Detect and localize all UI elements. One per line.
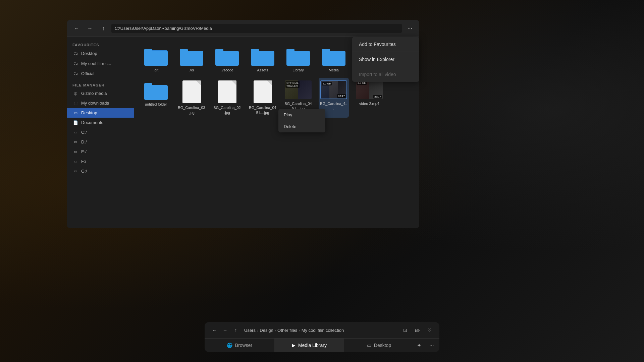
- file-item-untitled-folder[interactable]: untitled folder: [141, 78, 171, 118]
- bc-my-cool-film[interactable]: My cool film collection: [302, 328, 344, 333]
- folder-icon-git: [144, 46, 168, 66]
- media-library-tab-icon: ▶: [292, 343, 296, 348]
- file-item-media-1[interactable]: Media: [319, 44, 349, 75]
- taskbar: ← → ↑ Users › Design › Other files › My …: [205, 322, 439, 352]
- breadcrumb-forward-button[interactable]: →: [221, 326, 229, 335]
- folder-icon-vscode: [215, 46, 239, 66]
- dropdown-add-favourites[interactable]: Add to Favourites: [352, 37, 419, 52]
- folder-icon-media1: [322, 46, 345, 66]
- bc-other-files[interactable]: Other files: [277, 328, 297, 333]
- file-name: Assets: [257, 68, 268, 72]
- sidebar-item-desktop[interactable]: ▭ Desktop: [67, 108, 134, 118]
- svg-rect-13: [322, 49, 330, 53]
- sidebar-item-label: Documents: [81, 120, 103, 125]
- taskbar-tab-browser[interactable]: 🌐 Browser: [205, 339, 274, 352]
- svg-rect-5: [180, 49, 188, 53]
- dropdown-import-video: Import to all video: [352, 67, 419, 82]
- file-name: .vs: [189, 68, 194, 72]
- drive-icon: ▭: [72, 140, 78, 144]
- sidebar-item-e-drive[interactable]: ▭ E:/: [67, 147, 134, 157]
- image-icon-bg03: [182, 80, 201, 103]
- more-menu-button[interactable]: ···: [405, 23, 415, 34]
- bc-design[interactable]: Design: [260, 328, 273, 333]
- file-item-library[interactable]: Library: [283, 44, 313, 75]
- drive-icon: ▭: [72, 159, 78, 164]
- sidebar-item-label: D:/: [81, 139, 87, 144]
- file-item-vscode[interactable]: .vscode: [212, 44, 242, 75]
- sidebar-item-my-cool-film[interactable]: 🗂 My cool film c...: [67, 58, 134, 68]
- sidebar-item-f-drive[interactable]: ▭ F:/: [67, 157, 134, 166]
- taskbar-tab-desktop[interactable]: ▭ Desktop: [344, 339, 414, 352]
- ctx-play-button[interactable]: Play: [278, 109, 325, 121]
- bc-favourite-button[interactable]: ♡: [425, 325, 434, 335]
- svg-rect-8: [251, 51, 274, 66]
- taskbar-special-icon-button[interactable]: ✦: [414, 340, 424, 350]
- breadcrumb-back-button[interactable]: ←: [210, 326, 219, 335]
- bc-sep-2: ›: [275, 328, 276, 333]
- drive-icon: ▭: [72, 130, 78, 134]
- folder-icon-library: [286, 46, 310, 66]
- file-item-bg03[interactable]: BG_Carolina_03.jpg: [176, 78, 207, 118]
- sidebar-item-desktop-fav[interactable]: 🗂 Desktop: [67, 48, 134, 58]
- breadcrumb-up-button[interactable]: ↑: [231, 326, 240, 335]
- file-name: Library: [292, 68, 304, 72]
- folder-icon: 🗂: [72, 71, 78, 76]
- ctx-delete-button[interactable]: Delete: [278, 121, 325, 132]
- sidebar-item-gizmo-media[interactable]: ◎ Gizmo media: [67, 88, 134, 98]
- file-name: BG_Carolina_02.jpg: [213, 105, 241, 115]
- bc-users[interactable]: Users: [244, 328, 256, 333]
- video-thumbnail-bg049: OFFICIALTRAILER: [285, 80, 312, 99]
- video-size: 3.0 Gb: [322, 82, 332, 85]
- dropdown-show-explorer[interactable]: Show in Explorer: [352, 52, 419, 67]
- file-item-vs[interactable]: .vs: [176, 44, 207, 75]
- sidebar-item-label: My downloads: [81, 101, 109, 106]
- nav-up-button[interactable]: ↑: [98, 23, 109, 34]
- svg-rect-4: [180, 51, 203, 66]
- video-thumbnail-selected: 3.0 Gb 35:17: [320, 80, 347, 99]
- bc-folder-button[interactable]: 🗁: [413, 325, 422, 335]
- sidebar-item-c-drive[interactable]: ▭ C:/: [67, 127, 134, 137]
- svg-rect-9: [251, 49, 259, 53]
- breadcrumb-path: Users › Design › Other files › My cool f…: [244, 328, 399, 333]
- svg-rect-10: [286, 51, 310, 66]
- svg-rect-3: [144, 51, 168, 66]
- desktop-tab-label: Desktop: [374, 343, 391, 348]
- sidebar-item-official[interactable]: 🗂 Official: [67, 68, 134, 78]
- file-item-assets[interactable]: Assets: [248, 44, 278, 75]
- video-duration: 35:17: [337, 94, 346, 98]
- file-item-video2[interactable]: 3.0 Gb 35:17 video 2.mp4: [354, 78, 384, 118]
- sidebar-item-label: Gizmo media: [81, 91, 107, 96]
- file-item-bg045[interactable]: BG_Carolina_045 l....jpg: [248, 78, 278, 118]
- taskbar-tabs-row: 🌐 Browser ▶ Media Library ▭ Desktop ✦ ··…: [205, 339, 439, 352]
- address-bar[interactable]: [111, 24, 402, 33]
- file-item-git[interactable]: .git: [141, 44, 171, 75]
- folder-icon: 🗂: [72, 61, 78, 66]
- nav-forward-button[interactable]: →: [85, 23, 95, 34]
- gizmo-icon: ◎: [72, 91, 78, 96]
- drive-icon: ▭: [72, 149, 78, 154]
- desktop-icon: ▭: [72, 111, 78, 115]
- svg-rect-12: [322, 51, 345, 66]
- taskbar-more-button[interactable]: ···: [427, 340, 437, 350]
- folder-icon-vs: [180, 46, 203, 66]
- downloads-icon: ⬚: [72, 101, 78, 106]
- sidebar-item-my-downloads[interactable]: ⬚ My downloads: [67, 98, 134, 108]
- favourites-section-title: FAVOURITES: [67, 41, 134, 48]
- sidebar-item-g-drive[interactable]: ▭ G:/: [67, 166, 134, 176]
- sidebar-item-label: Official: [81, 71, 95, 76]
- breadcrumb-actions: ⊡ 🗁 ♡: [400, 325, 434, 335]
- folder-icon: 🗂: [72, 51, 78, 56]
- bc-fullscreen-button[interactable]: ⊡: [400, 325, 410, 335]
- taskbar-right-icons: ✦ ···: [414, 340, 439, 350]
- sidebar-item-documents[interactable]: 📄 Documents: [67, 118, 134, 127]
- sidebar-item-d-drive[interactable]: ▭ D:/: [67, 137, 134, 147]
- svg-rect-16: [144, 85, 168, 100]
- sidebar-item-label: Desktop: [81, 110, 97, 115]
- breadcrumb-nav: ← → ↑: [210, 326, 240, 335]
- taskbar-tab-media-library[interactable]: ▶ Media Library: [274, 339, 344, 352]
- sidebar-item-label: My cool film c...: [81, 61, 111, 66]
- bc-sep-1: ›: [257, 328, 258, 333]
- nav-back-button[interactable]: ←: [71, 23, 82, 34]
- file-name: .vscode: [221, 68, 233, 72]
- file-item-bg02[interactable]: BG_Carolina_02.jpg: [212, 78, 242, 118]
